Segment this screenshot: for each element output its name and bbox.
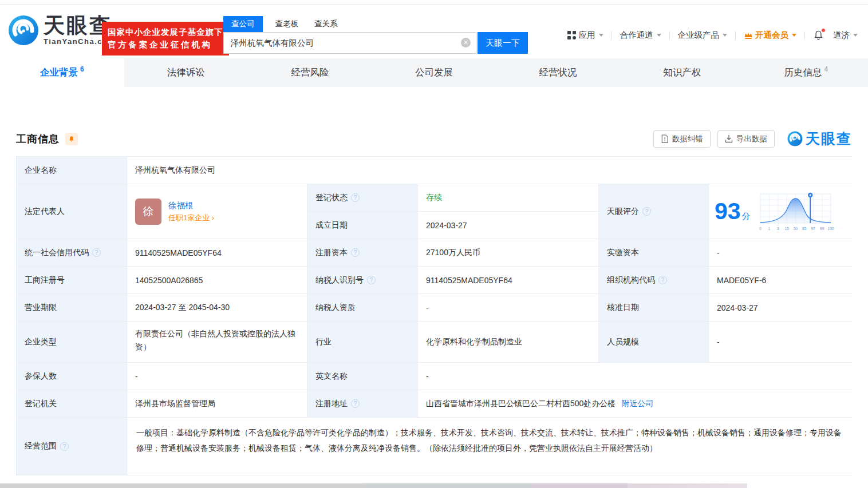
monitor-bell-button[interactable] <box>65 133 78 145</box>
insured-count-value: - <box>127 363 307 390</box>
help-icon[interactable]: ? <box>351 193 360 202</box>
tab-company-development[interactable]: 公司发展 <box>372 58 496 87</box>
svg-text:99: 99 <box>820 227 824 231</box>
clear-search-icon[interactable]: ✕ <box>461 38 471 47</box>
search-input[interactable] <box>223 32 476 54</box>
score-number: 93 <box>715 200 741 223</box>
section-actions: 数据纠错 导出数据 天眼查 <box>646 129 852 148</box>
legal-rep-name-link[interactable]: 徐福根 <box>168 199 214 212</box>
site-header: 天眼查 TianYanCha.com 国家中小企业发展子基金旗下 官方备案企业征… <box>0 5 868 58</box>
top-divider <box>0 0 868 5</box>
menu-user[interactable]: 道济 <box>833 30 858 41</box>
field-label: 英文名称 <box>307 363 418 390</box>
site-logo[interactable]: 天眼查 TianYanCha.com <box>8 15 116 46</box>
menu-enterprise[interactable]: 企业级产品 <box>678 30 728 41</box>
company-nav-tabs: 企业背景 6 法律诉讼 经营风险 公司发展 经营状况 知识产权 历史信息 4 <box>0 58 868 87</box>
reg-authority-value: 泽州县市场监督管理局 <box>127 390 307 418</box>
search-tab-boss[interactable]: 查老板 <box>275 16 299 32</box>
help-icon[interactable]: ? <box>351 399 360 408</box>
tab-count: 4 <box>824 65 828 73</box>
business-term-value: 2024-03-27 至 2045-04-30 <box>127 294 307 322</box>
tianyancha-logo-icon <box>787 131 803 146</box>
org-code-value: MADE05YF-6 <box>709 267 852 294</box>
document-icon <box>661 134 669 143</box>
menu-divider <box>669 31 670 39</box>
field-label: 营业期限 <box>17 294 127 322</box>
data-correction-button[interactable]: 数据纠错 <box>653 130 711 148</box>
help-icon[interactable]: ? <box>60 442 69 451</box>
staff-size-value: - <box>709 322 852 363</box>
bell-icon <box>68 136 75 142</box>
tab-business-background[interactable]: 企业背景 6 <box>0 58 124 87</box>
reg-address-value: 山西省晋城市泽州县巴公镇巴公二村村西500处办公楼 附近公司 <box>418 390 852 418</box>
official-badge: 国家中小企业发展子基金旗下 官方备案企业征信机构 <box>102 22 229 55</box>
user-name: 道济 <box>833 30 850 41</box>
search-tab-company[interactable]: 查公司 <box>223 16 263 32</box>
status-badge: 存续 <box>426 193 442 203</box>
search-row: ✕ 天眼一下 <box>223 32 528 54</box>
field-label: 注册地址? <box>307 390 418 418</box>
credit-code-value: 91140525MADE05YF64 <box>127 239 307 267</box>
business-info-table: 企业名称 泽州杭氧气体有限公司 法定代表人 徐 徐福根 任职1家企业 › 登记状… <box>16 156 852 475</box>
legal-rep-positions-link[interactable]: 任职1家企业 › <box>168 212 214 224</box>
chevron-down-icon <box>723 34 727 37</box>
english-name-value: - <box>418 363 852 390</box>
menu-partner[interactable]: 合作通道 <box>620 30 661 41</box>
field-label: 行业 <box>307 322 418 363</box>
field-label: 纳税人识别号? <box>307 267 418 294</box>
tianyancha-logo-icon <box>8 15 39 46</box>
badge-line1: 国家中小企业发展子基金旗下 <box>108 26 223 38</box>
help-icon[interactable]: ? <box>658 276 667 284</box>
est-date-value: 2024-03-27 <box>418 212 599 239</box>
company-name-value: 泽州杭氧气体有限公司 <box>127 157 852 184</box>
tab-count: 6 <box>80 65 84 73</box>
search-tab-relation[interactable]: 查关系 <box>314 16 338 32</box>
reg-capital-value: 27100万人民币 <box>418 239 599 267</box>
tab-label: 经营风险 <box>291 66 329 79</box>
help-icon[interactable]: ? <box>92 248 101 257</box>
menu-divider <box>735 31 736 39</box>
tab-intellectual-property[interactable]: 知识产权 <box>620 58 744 87</box>
nearby-companies-link[interactable]: 附近公司 <box>621 399 653 409</box>
watermark-logo: 天眼查 <box>787 129 852 148</box>
tab-operating-risk[interactable]: 经营风险 <box>248 58 372 87</box>
field-label: 登记状态? <box>307 184 418 212</box>
horizontal-scrollbar[interactable] <box>0 483 747 488</box>
help-icon[interactable]: ? <box>367 276 376 284</box>
watermark-text: 天眼查 <box>806 129 852 148</box>
svg-text:100: 100 <box>827 227 834 231</box>
svg-text:15: 15 <box>784 227 789 231</box>
taxpayer-id-value: 91140525MADE05YF64 <box>418 267 599 294</box>
help-icon[interactable]: ? <box>351 248 360 257</box>
tianyan-score-value: 93 分 <box>709 184 852 239</box>
tab-label: 历史信息 <box>784 66 822 79</box>
notification-dot <box>821 28 826 33</box>
field-label: 登记机关 <box>17 390 127 418</box>
business-scope-value: 一般项目：基础化学原料制造（不含危险化学品等许可类化学品的制造）；技术服务、技术… <box>127 418 852 475</box>
menu-vip-label: 开通会员 <box>755 30 788 41</box>
field-label: 注册资本? <box>307 239 418 267</box>
menu-vip[interactable]: 开通会员 <box>744 30 796 41</box>
svg-text:1: 1 <box>768 227 770 231</box>
tab-label: 经营状况 <box>539 66 577 79</box>
notifications-bell[interactable] <box>813 30 824 41</box>
svg-text:3: 3 <box>777 227 779 231</box>
search-button[interactable]: 天眼一下 <box>478 32 528 54</box>
menu-apps-label: 应用 <box>579 30 595 41</box>
tab-legal-proceedings[interactable]: 法律诉讼 <box>124 58 248 87</box>
apps-grid-icon <box>567 31 576 39</box>
tab-history-info[interactable]: 历史信息 4 <box>744 58 868 87</box>
menu-enterprise-label: 企业级产品 <box>678 30 720 41</box>
export-data-button[interactable]: 导出数据 <box>717 130 775 148</box>
crown-icon <box>744 31 753 40</box>
field-label: 人员规模 <box>599 322 709 363</box>
field-label: 企业名称 <box>17 157 127 184</box>
legal-rep-value: 徐 徐福根 任职1家企业 › <box>127 184 307 239</box>
menu-apps[interactable]: 应用 <box>567 30 603 41</box>
chevron-down-icon <box>657 34 661 37</box>
field-label: 实缴资本 <box>599 239 709 267</box>
tianyancha-company-page: 天眼查 TianYanCha.com 国家中小企业发展子基金旗下 官方备案企业征… <box>0 0 868 488</box>
tab-operating-status[interactable]: 经营状况 <box>496 58 620 87</box>
tab-label: 法律诉讼 <box>167 66 205 79</box>
help-icon[interactable]: ? <box>642 207 651 216</box>
